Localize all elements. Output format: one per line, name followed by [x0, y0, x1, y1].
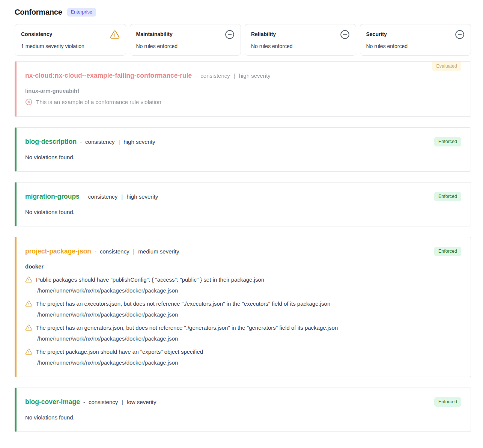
rule-card-blog-description: blog-description - consistency | high se…: [15, 127, 471, 172]
violation-message: The project package.json should have an …: [36, 348, 203, 356]
rule-category: consistency: [89, 398, 118, 406]
summary-card-title: Consistency: [21, 30, 52, 37]
enforced-badge: Enforced: [434, 247, 461, 256]
rule-severity: high severity: [239, 72, 271, 80]
rule-header: migration-groups - consistency | high se…: [25, 192, 460, 201]
rule-category: consistency: [88, 193, 117, 201]
enterprise-badge: Enterprise: [67, 8, 96, 17]
meta-dash: -: [83, 398, 85, 406]
rule-card-migration-groups: migration-groups - consistency | high se…: [15, 182, 471, 226]
warning-triangle-icon: [25, 324, 32, 331]
no-violations-text: No violations found.: [25, 414, 460, 421]
summary-card-title: Reliability: [251, 30, 276, 37]
rule-severity: high severity: [126, 193, 158, 201]
rule-category: consistency: [85, 138, 114, 146]
no-violations-text: No violations found.: [25, 209, 460, 216]
violation-item: Public packages should have "publishConf…: [25, 276, 460, 294]
rule-severity: high severity: [123, 138, 155, 146]
rule-header: project-package-json - consistency | med…: [25, 247, 460, 255]
summary-card-status: 1 medium severity violation: [21, 43, 120, 49]
meta-dash: -: [95, 247, 96, 255]
meta-dash: -: [195, 72, 197, 80]
warning-triangle-icon: [25, 276, 32, 283]
violation-file-path: - /home/runner/work/nx/nx/packages/docke…: [25, 359, 460, 366]
minus-circle-icon: [455, 30, 465, 39]
meta-pipe: |: [118, 138, 120, 146]
violation-message: This is an example of a conformance rule…: [36, 98, 161, 106]
summary-card-consistency: Consistency 1 medium severity violation: [15, 24, 126, 56]
rule-name-link[interactable]: blog-description: [25, 137, 77, 146]
summary-card-security: Security No rules enforced: [360, 24, 471, 56]
summary-card-title: Security: [366, 30, 387, 37]
summary-card-maintainability: Maintainability No rules enforced: [130, 24, 241, 56]
violation-item: The project package.json should have an …: [25, 348, 460, 366]
meta-pipe: |: [132, 247, 135, 255]
rule-category: consistency: [200, 72, 230, 80]
minus-circle-icon: [225, 30, 235, 39]
meta-dash: -: [83, 193, 85, 201]
page-header: Conformance Enterprise: [15, 8, 471, 17]
rule-name-link[interactable]: project-package-json: [25, 247, 91, 255]
warning-triangle-icon: [25, 348, 32, 355]
summary-card-reliability: Reliability No rules enforced: [245, 24, 356, 56]
project-name: docker: [25, 263, 460, 270]
conformance-page: Conformance Enterprise Consistency 1 med…: [0, 0, 483, 446]
meta-dash: -: [80, 138, 82, 146]
rule-card-project-package-json: project-package-json - consistency | med…: [15, 237, 471, 377]
project-name: linux-arm-gnueabihf: [25, 87, 460, 94]
minus-circle-icon: [340, 30, 350, 39]
violation-item: The project has an generators.json, but …: [25, 324, 460, 342]
page-title: Conformance: [15, 8, 62, 17]
enforced-badge: Enforced: [434, 397, 461, 407]
x-circle-icon: [25, 98, 32, 106]
rule-severity: medium severity: [138, 247, 179, 255]
rule-name-link[interactable]: blog-cover-image: [25, 398, 80, 406]
evaluated-badge: Evaluated: [432, 62, 461, 71]
enforced-badge: Enforced: [434, 192, 461, 201]
meta-pipe: |: [121, 398, 123, 406]
rule-category: consistency: [100, 247, 129, 255]
rule-card-blog-cover-image: blog-cover-image - consistency | low sev…: [15, 388, 471, 432]
rule-name-link[interactable]: migration-groups: [25, 192, 80, 201]
rule-header: blog-description - consistency | high se…: [25, 137, 460, 146]
summary-cards-row: Consistency 1 medium severity violation …: [15, 24, 471, 56]
rule-name-link[interactable]: nx-cloud:nx-cloud--example-failing-confo…: [25, 71, 192, 80]
rule-cards-list: nx-cloud:nx-cloud--example-failing-confo…: [15, 61, 471, 432]
violation-item: This is an example of a conformance rule…: [25, 98, 460, 106]
rule-header: blog-cover-image - consistency | low sev…: [25, 398, 460, 406]
warning-triangle-icon: [25, 300, 32, 307]
rule-card-example-failing-conformance-rule: nx-cloud:nx-cloud--example-failing-confo…: [15, 61, 471, 117]
violation-file-path: - /home/runner/work/nx/nx/packages/docke…: [25, 311, 460, 318]
violation-file-path: - /home/runner/work/nx/nx/packages/docke…: [25, 335, 460, 342]
meta-pipe: |: [121, 193, 123, 201]
summary-card-status: No rules enforced: [251, 43, 350, 49]
meta-pipe: |: [233, 72, 236, 80]
violation-message: Public packages should have "publishConf…: [36, 276, 264, 284]
enforced-badge: Enforced: [434, 137, 461, 146]
summary-card-status: No rules enforced: [136, 43, 235, 49]
violation-file-path: - /home/runner/work/nx/nx/packages/docke…: [25, 287, 460, 294]
rule-header: nx-cloud:nx-cloud--example-failing-confo…: [25, 71, 460, 80]
no-violations-text: No violations found.: [25, 154, 460, 161]
violation-message: The project has an generators.json, but …: [36, 324, 338, 332]
summary-card-status: No rules enforced: [366, 43, 465, 49]
summary-card-title: Maintainability: [136, 30, 173, 37]
rule-severity: low severity: [127, 398, 156, 406]
warning-triangle-icon: [110, 30, 120, 39]
violation-message: The project has an executors.json, but d…: [36, 300, 330, 308]
violation-item: The project has an executors.json, but d…: [25, 300, 460, 318]
